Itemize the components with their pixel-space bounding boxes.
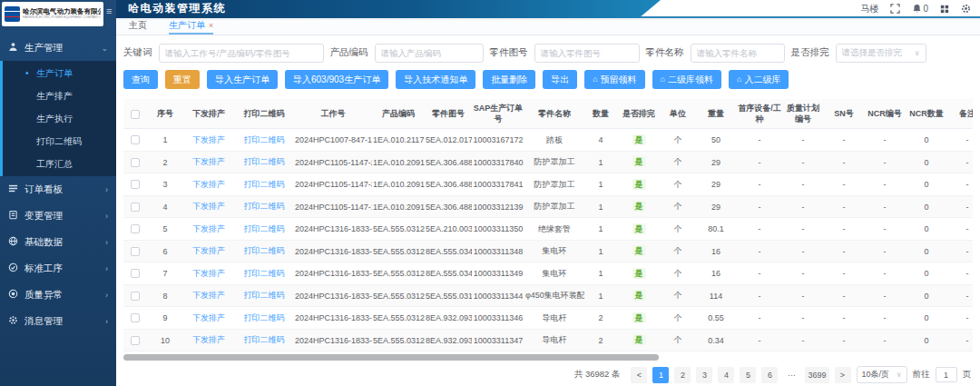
page-button-4[interactable]: 4 (718, 367, 734, 383)
column-header-17[interactable]: 备注 (947, 99, 973, 129)
notifications-bell-icon[interactable]: 0 (912, 4, 928, 14)
dispatch-link[interactable]: 下发排产 (183, 240, 234, 262)
column-header-12[interactable]: 首序设备/工种 (737, 99, 782, 129)
print-qrcode-link[interactable]: 打印二维码 (234, 284, 294, 307)
page-button-6[interactable]: 6 (761, 367, 778, 383)
column-header-10[interactable]: 单位 (661, 99, 695, 129)
sidebar-collapse-icon[interactable]: ≡ (106, 6, 112, 16)
scrollbar-thumb[interactable] (123, 354, 659, 361)
sidebar-group-6[interactable]: 消息管理› (0, 308, 116, 334)
print-qrcode-link[interactable]: 打印二维码 (234, 329, 294, 351)
sidebar-item-3[interactable]: 打印二维码 (0, 130, 116, 153)
dispatch-link[interactable]: 下发排产 (183, 151, 234, 173)
sidebar-item-0[interactable]: 生产订单 (0, 62, 116, 84)
action-button-7[interactable]: ⌂预留领料 (584, 70, 644, 89)
sidebar-group-2[interactable]: 变更管理› (0, 203, 116, 229)
cell: 2024HPC1316-1833-2 (294, 262, 372, 285)
sidebar-group-1[interactable]: 订单看板› (0, 176, 116, 203)
action-button-8[interactable]: ⌂二级库领料 (652, 70, 721, 89)
dispatch-link[interactable]: 下发排产 (183, 195, 234, 218)
filter-input-0[interactable] (159, 44, 324, 63)
column-header-16[interactable]: NCR数量 (906, 99, 947, 129)
horizontal-scrollbar[interactable] (123, 354, 973, 361)
column-header-1[interactable]: 下发排产 (183, 99, 234, 129)
row-checkbox[interactable] (131, 313, 140, 322)
print-qrcode-link[interactable]: 打印二维码 (234, 173, 294, 196)
sidebar-group-3[interactable]: 基础数据› (0, 229, 116, 255)
print-qrcode-link[interactable]: 打印二维码 (234, 195, 294, 218)
column-header-3[interactable]: 工作号 (294, 99, 372, 129)
action-button-4[interactable]: 导入技术通知单 (396, 70, 475, 89)
row-checkbox[interactable] (131, 269, 140, 278)
filter-input-3[interactable] (691, 44, 785, 63)
action-button-9[interactable]: ⌂入二级库 (729, 70, 789, 89)
print-qrcode-link[interactable]: 打印二维码 (234, 240, 294, 262)
column-header-14[interactable]: SN号 (824, 99, 864, 129)
filter-input-1[interactable] (375, 44, 484, 63)
page-button-3[interactable]: 3 (696, 367, 712, 383)
apps-grid-icon[interactable] (940, 5, 949, 14)
column-header-7[interactable]: 零件名称 (524, 99, 584, 129)
dispatch-link[interactable]: 下发排产 (183, 262, 234, 285)
row-checkbox[interactable] (131, 336, 140, 345)
page-button-5[interactable]: 5 (740, 367, 756, 383)
fullscreen-icon[interactable] (890, 4, 900, 14)
dispatch-link[interactable]: 下发排产 (183, 173, 234, 196)
page-button-1[interactable]: 1 (652, 367, 669, 383)
tab-home[interactable]: 主页 (129, 19, 147, 35)
settings-gear-icon[interactable] (961, 4, 971, 14)
action-button-3[interactable]: 导入603/903生产订单 (285, 70, 388, 89)
print-qrcode-link[interactable]: 打印二维码 (234, 262, 294, 285)
action-button-2[interactable]: 导入生产订单 (207, 70, 278, 89)
column-header-6[interactable]: SAP生产订单号 (472, 99, 524, 129)
sidebar-item-1[interactable]: 生产排产 (0, 84, 116, 107)
column-header-0[interactable]: 序号 (147, 99, 183, 129)
column-header-5[interactable]: 零件图号 (425, 99, 472, 129)
filter-input-2[interactable] (534, 44, 640, 63)
sidebar-item-4[interactable]: 工序汇总 (0, 153, 116, 175)
tab-production-order[interactable]: 生产订单 × (169, 19, 213, 35)
sidebar-group-5[interactable]: 质量异常› (0, 282, 116, 308)
select-all-checkbox[interactable] (131, 110, 140, 119)
row-checkbox[interactable] (131, 224, 140, 233)
action-button-5[interactable]: 批量删除 (483, 70, 535, 89)
print-qrcode-link[interactable]: 打印二维码 (234, 218, 294, 241)
dispatch-link[interactable]: 下发排产 (183, 284, 234, 307)
username[interactable]: 马楼 (860, 3, 878, 15)
row-checkbox[interactable] (131, 292, 140, 301)
column-header-8[interactable]: 数量 (584, 99, 617, 129)
dispatch-link[interactable]: 下发排产 (183, 329, 234, 351)
page-size-select[interactable]: 10条/页 ∨ (857, 366, 907, 383)
column-header-11[interactable]: 重量 (695, 99, 737, 129)
action-button-0[interactable]: 查询 (123, 70, 158, 89)
column-header-13[interactable]: 质量计划编号 (782, 99, 824, 129)
action-button-1[interactable]: 重置 (165, 70, 200, 89)
prev-page-button[interactable]: < (631, 367, 647, 383)
column-header-15[interactable]: NCR编号 (864, 99, 906, 129)
sidebar-item-2[interactable]: 生产执行 (0, 107, 116, 130)
print-qrcode-link[interactable]: 打印二维码 (234, 151, 294, 173)
row-checkbox[interactable] (131, 158, 140, 167)
column-header-4[interactable]: 产品编码 (372, 99, 425, 129)
filter-select-4[interactable]: 请选择是否排完∨ (836, 44, 926, 63)
page-button-3699[interactable]: 3699 (805, 367, 828, 383)
dispatch-link[interactable]: 下发排产 (183, 218, 234, 241)
row-checkbox[interactable] (131, 247, 140, 256)
dispatch-link[interactable]: 下发排产 (183, 129, 234, 152)
close-tab-icon[interactable]: × (209, 21, 213, 30)
row-checkbox[interactable] (131, 180, 140, 189)
page-button-2[interactable]: 2 (674, 367, 691, 383)
print-qrcode-link[interactable]: 打印二维码 (234, 129, 294, 152)
dispatch-link[interactable]: 下发排产 (183, 307, 234, 330)
goto-page-input[interactable] (936, 367, 957, 382)
print-qrcode-link[interactable]: 打印二维码 (234, 307, 294, 330)
row-checkbox[interactable] (131, 135, 140, 144)
row-checkbox[interactable] (131, 203, 140, 212)
next-page-button[interactable]: > (835, 367, 851, 383)
action-button-6[interactable]: 导出 (543, 70, 577, 89)
column-header-2[interactable]: 打印二维码 (234, 99, 294, 129)
sidebar-group-0[interactable]: 生产管理⌄ (0, 35, 116, 61)
sidebar-group-4[interactable]: 标准工序› (0, 255, 116, 282)
column-header-9[interactable]: 是否排完 (617, 99, 661, 129)
sidebar-group-label: 订单看板 (24, 183, 63, 196)
